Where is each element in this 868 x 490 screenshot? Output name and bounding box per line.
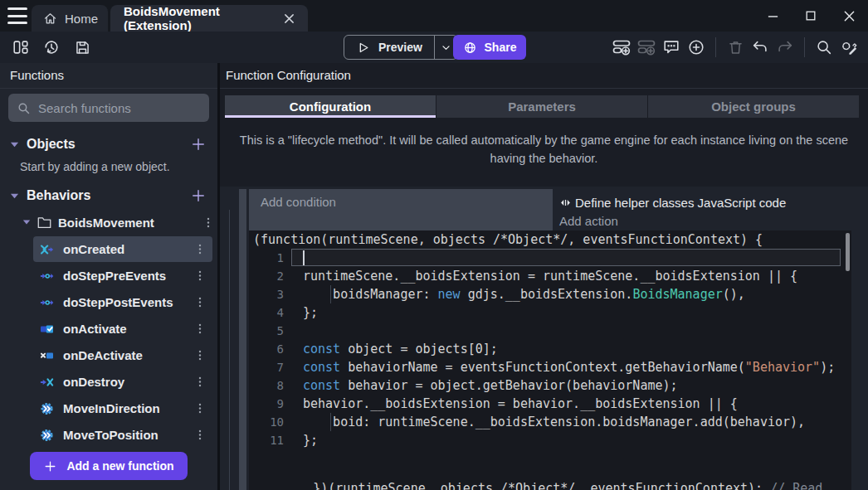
- add-behavior-icon[interactable]: [189, 187, 207, 204]
- code-line-6[interactable]: 6const object = objects[0];: [249, 340, 851, 358]
- code-lines: 12runtimeScene.__boidsExtension = runtim…: [249, 249, 851, 449]
- event-action-column: Define helper classes JavaScript code Ad…: [553, 189, 851, 230]
- function-item-doStepPreEvents[interactable]: doStepPreEvents: [33, 263, 212, 289]
- undo-icon[interactable]: [748, 35, 773, 60]
- redo-icon: [773, 35, 797, 60]
- toolbar-divider: [715, 37, 716, 57]
- add-action-button[interactable]: Add action: [559, 211, 851, 230]
- home-icon: [43, 12, 57, 26]
- tab-parameters[interactable]: Parameters: [436, 95, 648, 118]
- code-line-4[interactable]: 4};: [249, 303, 851, 322]
- add-function-button[interactable]: Add a new function: [30, 452, 188, 480]
- plus-icon: [43, 459, 57, 473]
- sidebar-title: Functions: [0, 63, 217, 89]
- code-scrollbar-thumb[interactable]: [846, 233, 850, 271]
- item-menu-icon[interactable]: [191, 269, 209, 282]
- item-menu-icon[interactable]: [191, 349, 209, 361]
- function-item-onDeActivate[interactable]: onDeActivate: [33, 342, 212, 368]
- code-wrapper-open: (function(runtimeScene, objects /*Object…: [249, 230, 851, 249]
- chevron-down-icon: [10, 192, 19, 200]
- save-icon[interactable]: [70, 35, 95, 60]
- trash-icon: [723, 35, 748, 60]
- add-subevent-icon: [634, 35, 659, 60]
- code-line-5[interactable]: 5: [249, 322, 851, 340]
- tab-project-label: BoidsMovement (Extension): [124, 4, 284, 32]
- item-menu-icon[interactable]: [191, 402, 209, 415]
- tab-configuration[interactable]: Configuration: [225, 95, 436, 118]
- event-title-row[interactable]: Define helper classes JavaScript code: [559, 189, 851, 211]
- behavior-group-row[interactable]: BoidsMovement: [0, 211, 217, 234]
- code-line-3[interactable]: 3 boidsManager: new gdjs.__boidsExtensio…: [249, 285, 851, 303]
- add-event-icon[interactable]: [609, 35, 634, 60]
- main-panel: Function Configuration ConfigurationPara…: [220, 63, 868, 490]
- tab-object-groups[interactable]: Object groups: [648, 95, 859, 118]
- code-line-8[interactable]: 8const behavior = object.getBehavior(beh…: [249, 376, 851, 395]
- share-button[interactable]: Share: [453, 35, 526, 60]
- function-item-MoveInDirection[interactable]: MoveInDirection: [33, 395, 212, 421]
- chevron-down-icon: [10, 141, 19, 148]
- move-gear-icon: [40, 429, 55, 442]
- move-gear-icon: [40, 402, 55, 415]
- minimize-button[interactable]: [753, 0, 792, 32]
- tab-project[interactable]: BoidsMovement (Extension): [110, 5, 308, 32]
- item-menu-icon[interactable]: [191, 376, 209, 388]
- item-menu-icon[interactable]: [191, 296, 209, 308]
- close-tab-icon[interactable]: [284, 13, 295, 24]
- window-controls: [753, 0, 868, 32]
- objects-empty-text: Start by adding a new object.: [0, 157, 217, 173]
- item-menu-icon[interactable]: [191, 429, 209, 441]
- search-icon: [17, 101, 31, 115]
- event-drag-strip[interactable]: [239, 189, 246, 490]
- preview-button-main[interactable]: Preview: [344, 36, 434, 59]
- code-line-10[interactable]: 10 boid: runtimeScene.__boidsExtension.b…: [249, 413, 851, 431]
- menu-hamburger-icon[interactable]: [7, 7, 27, 24]
- code-line-9[interactable]: 9behavior.__boidsExtension = behavior.__…: [249, 395, 851, 413]
- history-icon[interactable]: [39, 35, 64, 60]
- add-circle-icon[interactable]: [684, 35, 709, 60]
- project-manager-icon[interactable]: [8, 35, 33, 60]
- functions-sidebar: Functions Objects Start by adding a new …: [0, 63, 217, 490]
- objects-section-header[interactable]: Objects: [0, 132, 217, 157]
- js-code-icon: [559, 197, 572, 208]
- code-editor[interactable]: (function(runtimeScene, objects /*Object…: [249, 230, 851, 490]
- behaviors-section-label: Behaviors: [27, 188, 189, 203]
- group-menu-icon[interactable]: [199, 216, 217, 229]
- function-item-onDestroy[interactable]: onDestroy: [33, 369, 212, 395]
- function-item-MoveToPosition[interactable]: MoveToPosition: [33, 422, 212, 448]
- preview-button[interactable]: Preview: [344, 35, 458, 60]
- objects-section-label: Objects: [27, 137, 189, 152]
- text-cursor: [303, 250, 305, 265]
- item-menu-icon[interactable]: [191, 243, 209, 255]
- function-item-label: onDestroy: [63, 375, 191, 389]
- search-functions-input[interactable]: [38, 101, 188, 115]
- line-number: 2: [249, 267, 284, 285]
- search-icon[interactable]: [812, 35, 836, 60]
- line-content: boid: runtimeScene.__boidsExtension.boid…: [303, 413, 805, 431]
- line-number: 6: [249, 340, 284, 358]
- function-item-label: doStepPostEvents: [63, 295, 191, 309]
- function-item-onCreated[interactable]: onCreated: [33, 236, 212, 262]
- function-item-onActivate[interactable]: onActivate: [33, 316, 212, 342]
- edit-code-icon[interactable]: [836, 35, 861, 60]
- behaviors-section-header[interactable]: Behaviors: [0, 183, 217, 208]
- search-functions-box[interactable]: [8, 94, 209, 122]
- comment-icon[interactable]: [659, 35, 684, 60]
- function-item-label: MoveInDirection: [63, 401, 191, 415]
- preview-button-label: Preview: [378, 41, 422, 54]
- line-content: boidsManager: new gdjs.__boidsExtension.…: [303, 285, 745, 303]
- add-condition-button[interactable]: Add condition: [249, 189, 553, 230]
- function-item-doStepPostEvents[interactable]: doStepPostEvents: [33, 289, 212, 315]
- code-line-11[interactable]: 11};: [249, 431, 851, 449]
- close-window-button[interactable]: [830, 0, 868, 32]
- lifecycle-description: This is a "lifecycle method". It will be…: [220, 118, 868, 180]
- code-line-1[interactable]: 1: [249, 249, 851, 267]
- description-line-1: This is a "lifecycle method". It will be…: [240, 131, 848, 149]
- line-content: };: [303, 303, 318, 322]
- item-menu-icon[interactable]: [191, 323, 209, 335]
- add-object-icon[interactable]: [189, 136, 207, 153]
- maximize-button[interactable]: [792, 0, 830, 32]
- tab-home[interactable]: Home: [32, 5, 108, 32]
- code-line-2[interactable]: 2runtimeScene.__boidsExtension = runtime…: [249, 267, 851, 285]
- code-line-7[interactable]: 7const behaviorName = eventsFunctionCont…: [249, 358, 851, 376]
- line-content: runtimeScene.__boidsExtension = runtimeS…: [303, 267, 797, 285]
